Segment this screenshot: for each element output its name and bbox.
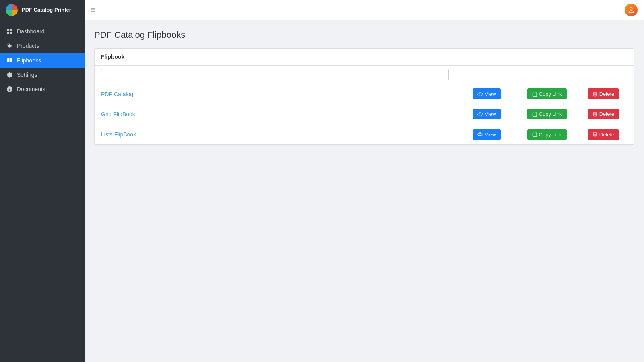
view-label-2: View: [485, 111, 496, 117]
sidebar-item-dashboard-label: Dashboard: [17, 28, 45, 35]
sidebar: PDF Catalog Printer Dashboard Products F…: [0, 0, 85, 362]
page-title: PDF Catalog Flipbooks: [94, 30, 634, 40]
col-header-view: [465, 49, 521, 65]
sidebar-item-settings-label: Settings: [17, 72, 37, 78]
sidebar-item-dashboard[interactable]: Dashboard: [0, 24, 85, 39]
view-action-3: View: [458, 126, 515, 143]
flipbook-name-grid: Grid FlipBook: [101, 106, 458, 122]
search-input[interactable]: [101, 69, 449, 80]
view-button-1[interactable]: View: [473, 88, 501, 99]
app-logo: [6, 4, 18, 16]
copy-action-1: Copy Link: [515, 85, 579, 103]
user-avatar[interactable]: [625, 4, 638, 16]
sidebar-item-flipbooks[interactable]: Flipbooks: [0, 53, 85, 68]
col-header-flipbook: Flipbook: [95, 49, 465, 65]
copy-label-3: Copy Link: [539, 132, 562, 138]
delete-action-3: Delete: [579, 126, 627, 143]
view-button-2[interactable]: View: [473, 109, 501, 119]
svg-rect-2: [7, 32, 9, 34]
flipbooks-table: Flipbook PDF Catalog View: [94, 48, 634, 145]
hamburger-button[interactable]: ≡: [91, 5, 96, 14]
delete-label-1: Delete: [599, 91, 615, 97]
info-icon: [6, 86, 13, 93]
table-row: Lists FlipBook View Copy Link: [95, 124, 634, 144]
gear-icon: [6, 72, 13, 78]
search-row: [95, 66, 634, 84]
svg-rect-1: [10, 29, 12, 31]
view-label-3: View: [485, 132, 496, 138]
view-label-1: View: [485, 91, 496, 97]
copy-action-3: Copy Link: [515, 126, 579, 143]
copy-action-2: Copy Link: [515, 105, 579, 123]
app-title: PDF Catalog Printer: [22, 7, 71, 13]
view-action-1: View: [458, 85, 515, 103]
topbar: ≡: [85, 0, 644, 20]
view-action-2: View: [458, 105, 515, 123]
sidebar-item-products[interactable]: Products: [0, 39, 85, 53]
sidebar-nav: Dashboard Products Flipbooks Settings Do…: [0, 20, 85, 101]
copy-button-1[interactable]: Copy Link: [527, 88, 567, 99]
delete-button-3[interactable]: Delete: [588, 129, 619, 140]
delete-label-2: Delete: [599, 111, 615, 117]
sidebar-item-documents-label: Documents: [17, 86, 45, 93]
delete-action-1: Delete: [579, 85, 627, 103]
delete-action-2: Delete: [579, 105, 627, 123]
copy-label-1: Copy Link: [539, 91, 562, 97]
flipbook-name-lists: Lists FlipBook: [101, 126, 458, 142]
grid-icon: [6, 28, 13, 35]
sidebar-item-documents[interactable]: Documents: [0, 82, 85, 97]
delete-label-3: Delete: [599, 132, 615, 138]
copy-label-2: Copy Link: [539, 111, 562, 117]
copy-button-2[interactable]: Copy Link: [527, 109, 567, 119]
copy-button-3[interactable]: Copy Link: [527, 129, 567, 140]
sidebar-item-flipbooks-label: Flipbooks: [17, 57, 41, 64]
main-area: ≡ PDF Catalog Flipbooks Flipbook: [85, 0, 644, 362]
sidebar-header: PDF Catalog Printer: [0, 0, 85, 20]
content-area: PDF Catalog Flipbooks Flipbook PDF Catal…: [85, 20, 644, 362]
view-button-3[interactable]: View: [473, 129, 501, 140]
svg-rect-0: [7, 29, 9, 31]
table-row: Grid FlipBook View Copy Link: [95, 104, 634, 124]
book-icon: [6, 57, 13, 64]
delete-button-2[interactable]: Delete: [588, 109, 619, 119]
sidebar-item-products-label: Products: [17, 43, 39, 49]
svg-rect-3: [10, 32, 12, 34]
table-row: PDF Catalog View Copy Link: [95, 84, 634, 104]
flipbook-name-pdf-catalog: PDF Catalog: [101, 86, 458, 102]
col-header-delete: [586, 49, 634, 65]
sidebar-item-settings[interactable]: Settings: [0, 68, 85, 82]
col-header-copy: [521, 49, 586, 65]
delete-button-1[interactable]: Delete: [588, 88, 619, 99]
tag-icon: [6, 43, 13, 49]
table-header: Flipbook: [95, 49, 634, 66]
